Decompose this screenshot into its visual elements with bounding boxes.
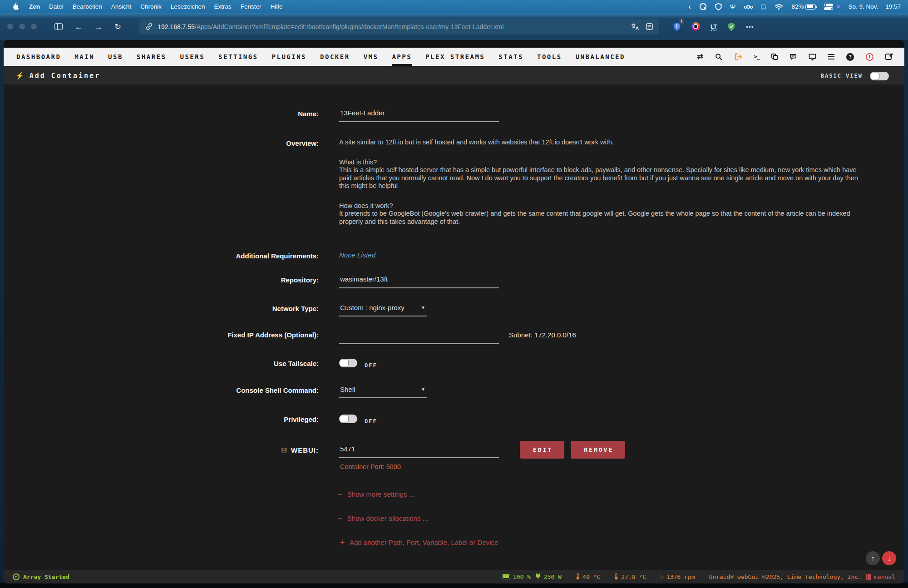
show-more-settings-label: Show more settings ... bbox=[347, 490, 415, 498]
shield-app-icon[interactable] bbox=[715, 3, 722, 10]
help-icon[interactable]: ? bbox=[846, 53, 854, 61]
logout-icon[interactable] bbox=[734, 53, 742, 60]
add-another-link[interactable]: + Add another Path, Port, Variable, Labe… bbox=[340, 539, 904, 546]
url-bar[interactable]: 192.168.7.55/Apps/AddContainer?xmlTempla… bbox=[139, 19, 659, 35]
record-app-icon[interactable] bbox=[699, 3, 707, 10]
nav-item-docker[interactable]: DOCKER bbox=[320, 48, 350, 66]
menubar-item-extras[interactable]: Extras bbox=[209, 3, 236, 10]
languagetool-extension-icon[interactable]: LT bbox=[711, 24, 717, 30]
ghost-icon[interactable] bbox=[760, 3, 766, 10]
webui-label: WEBUI: bbox=[291, 446, 319, 454]
apple-icon[interactable] bbox=[13, 3, 19, 10]
camo-icon[interactable]: oOo bbox=[744, 4, 752, 10]
tailscale-label: Use Tailscale: bbox=[4, 359, 319, 367]
page-titlebar: ⚡ Add Container BASIC VIEW bbox=[4, 67, 904, 84]
log-icon[interactable] bbox=[828, 54, 834, 59]
nav-item-users[interactable]: USERS bbox=[180, 48, 205, 66]
page-top-strip bbox=[4, 40, 904, 48]
array-status: ▶ Array Started bbox=[13, 573, 69, 580]
name-input[interactable] bbox=[339, 109, 499, 122]
dropdown-arrow-icon: ▼ bbox=[421, 305, 425, 310]
scroll-to-top-button[interactable]: ↑ bbox=[866, 551, 880, 565]
shell-command-select[interactable]: Shell ▼ bbox=[339, 385, 427, 398]
menubar-item-lesezeichen[interactable]: Lesezeichen bbox=[166, 3, 210, 10]
feedback-icon[interactable] bbox=[790, 54, 797, 60]
blocker-extension-icon[interactable]: 1 bbox=[673, 22, 681, 31]
webui-port-input[interactable] bbox=[339, 445, 499, 458]
update-check-icon[interactable]: ⇄ bbox=[697, 53, 703, 60]
nav-item-plugins[interactable]: PLUGINS bbox=[272, 48, 307, 66]
scroll-to-bottom-button[interactable]: ↓ bbox=[882, 551, 896, 565]
plus-icon: + bbox=[340, 539, 345, 546]
manual-link[interactable]: manual bbox=[866, 573, 895, 580]
nav-item-plex-streams[interactable]: PLEX STREAMS bbox=[425, 48, 485, 66]
repository-input[interactable] bbox=[339, 275, 499, 288]
overview-label: Overview: bbox=[4, 138, 319, 147]
collapse-icon[interactable]: ⊟ bbox=[281, 446, 287, 454]
show-more-settings-link[interactable]: › Show more settings ... bbox=[340, 490, 904, 498]
menubar-item-hilfe[interactable]: Hilfe bbox=[266, 3, 287, 10]
overview-text: A site similar to 12ft.io but is self ho… bbox=[339, 138, 866, 237]
camera-extension-icon[interactable] bbox=[691, 22, 700, 31]
nav-item-main[interactable]: MAIN bbox=[74, 48, 94, 66]
window-zoom-button[interactable] bbox=[31, 24, 37, 30]
reload-icon[interactable]: ↻ bbox=[114, 23, 121, 31]
overview-paragraph: What is this? This is a simple self host… bbox=[339, 158, 866, 190]
menubar-item-datei[interactable]: Datei bbox=[44, 3, 68, 10]
url-host: 192.168.7.55 bbox=[158, 23, 195, 30]
nav-item-vms[interactable]: VMS bbox=[364, 48, 379, 66]
nav-item-usb[interactable]: USB bbox=[108, 48, 123, 66]
nav-item-dashboard[interactable]: DASHBOARD bbox=[16, 48, 61, 66]
translate-icon[interactable] bbox=[631, 23, 639, 31]
monitor-icon[interactable] bbox=[809, 54, 816, 60]
basic-view-toggle[interactable] bbox=[870, 72, 889, 80]
adguard-extension-icon[interactable] bbox=[727, 22, 735, 31]
chevron-left-icon[interactable]: ‹ bbox=[689, 3, 691, 11]
nav-item-settings[interactable]: SETTINGS bbox=[218, 48, 258, 66]
menubar-item-ansicht[interactable]: Ansicht bbox=[107, 3, 136, 10]
menubar-item-app[interactable]: Zen bbox=[25, 3, 44, 10]
nav-item-stats[interactable]: STATS bbox=[498, 48, 523, 66]
remove-button[interactable]: REMOVE bbox=[571, 441, 625, 459]
array-status-text: Array Started bbox=[23, 573, 69, 580]
sidebar-toggle-icon[interactable] bbox=[54, 23, 63, 30]
window-minimize-button[interactable] bbox=[19, 24, 25, 30]
nav-item-unbalanced[interactable]: UNBALANCED bbox=[576, 48, 625, 66]
link-icon bbox=[145, 23, 153, 30]
edit-button[interactable]: EDIT bbox=[520, 441, 564, 459]
more-extensions-icon[interactable]: ••• bbox=[746, 23, 754, 30]
show-docker-allocations-label: Show docker allocations ... bbox=[347, 514, 428, 522]
privileged-row: Privileged: OFF bbox=[4, 415, 904, 425]
basic-view-label: BASIC VIEW bbox=[821, 73, 863, 79]
show-docker-allocations-link[interactable]: › Show docker allocations ... bbox=[340, 514, 904, 522]
nav-item-shares[interactable]: SHARES bbox=[137, 48, 167, 66]
tailscale-toggle[interactable] bbox=[339, 359, 357, 367]
window-close-button[interactable] bbox=[7, 24, 13, 30]
battery-status[interactable]: 82% bbox=[791, 3, 816, 10]
reader-grid-icon[interactable] bbox=[646, 23, 653, 30]
menubar-item-fenster[interactable]: Fenster bbox=[236, 3, 266, 10]
back-icon[interactable]: ← bbox=[74, 23, 83, 31]
menubar-clock[interactable]: So. 9. Nov. 19:57 bbox=[848, 3, 901, 10]
nav-item-tools[interactable]: TOOLS bbox=[537, 48, 562, 66]
fixed-ip-input[interactable] bbox=[339, 331, 499, 344]
copy-windows-icon[interactable] bbox=[771, 54, 778, 60]
alerts-icon[interactable] bbox=[866, 53, 873, 61]
tuning-fork-icon[interactable]: Ψ bbox=[730, 3, 736, 10]
edit-page-icon[interactable] bbox=[885, 54, 892, 60]
toggles-icon[interactable] bbox=[824, 4, 833, 10]
forward-icon[interactable]: → bbox=[94, 23, 103, 31]
search-icon[interactable] bbox=[715, 53, 722, 60]
privileged-toggle[interactable] bbox=[339, 415, 357, 423]
nav-item-apps[interactable]: APPS bbox=[392, 48, 412, 66]
privileged-state: OFF bbox=[365, 418, 377, 425]
network-type-select[interactable]: Custom : nginx-proxy ▼ bbox=[339, 304, 427, 316]
url-text: 192.168.7.55/Apps/AddContainer?xmlTempla… bbox=[158, 23, 625, 30]
terminal-icon[interactable]: >_ bbox=[754, 54, 760, 59]
menubar-item-bearbeiten[interactable]: Bearbeiten bbox=[68, 3, 107, 10]
ups-charge-stat: 100 % bbox=[502, 573, 531, 580]
wifi-icon[interactable] bbox=[775, 4, 783, 10]
menubar-item-chronik[interactable]: Chronik bbox=[136, 3, 166, 10]
copyright-link[interactable]: Unraid® webGui ©2025, Lime Technology, I… bbox=[709, 573, 862, 580]
network-type-value: Custom : nginx-proxy bbox=[340, 304, 405, 311]
